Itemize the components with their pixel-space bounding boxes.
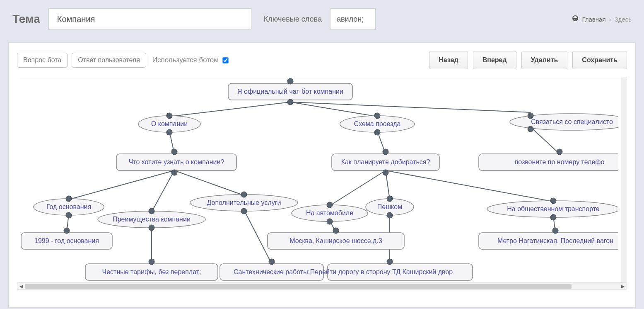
svg-line-0: [169, 102, 290, 117]
svg-text:На автомобиле: На автомобиле: [306, 209, 353, 217]
svg-text:На общественном транспорте: На общественном транспорте: [507, 205, 600, 212]
breadcrumb-current: Здесь: [615, 16, 632, 23]
svg-text:Как планируете добираться?: Как планируете добираться?: [341, 158, 430, 165]
svg-point-75: [550, 198, 556, 204]
scroll-track[interactable]: [25, 283, 619, 290]
flowchart-svg: Я официальный чат-бот компании О компани…: [17, 77, 618, 282]
svg-point-32: [66, 196, 72, 202]
svg-point-29: [171, 170, 177, 175]
svg-point-43: [149, 259, 154, 265]
svg-text:Преимущества компании: Преимущества компании: [113, 216, 191, 223]
svg-text:Я официальный чат-бот компании: Я официальный чат-бот компании: [237, 88, 343, 95]
svg-text:Что хотите узнать о компании?: Что хотите узнать о компании?: [129, 158, 224, 165]
svg-text:Метро Нагатинская. Последний в: Метро Нагатинская. Последний вагон: [497, 237, 613, 244]
svg-point-33: [66, 212, 72, 218]
toolbar: Вопрос бота Ответ пользователя Используе…: [17, 51, 627, 77]
svg-point-47: [241, 208, 247, 214]
bot-question-button[interactable]: Вопрос бота: [17, 53, 68, 68]
svg-text:О компании: О компании: [151, 120, 188, 127]
scroll-left-icon[interactable]: ◀: [17, 284, 25, 289]
svg-line-14: [386, 170, 553, 202]
header-bar: Тема Ключевые слова Главная › Здесь: [0, 0, 644, 38]
svg-point-54: [374, 129, 380, 135]
svg-point-68: [387, 196, 393, 202]
scroll-right-icon[interactable]: ▶: [619, 284, 627, 289]
svg-point-57: [383, 149, 388, 155]
svg-point-24: [166, 113, 172, 119]
svg-point-50: [269, 259, 275, 265]
svg-text:Пешком: Пешком: [377, 203, 402, 210]
keywords-label: Ключевые слова: [264, 15, 322, 24]
scroll-thumb[interactable]: [25, 284, 572, 289]
svg-point-86: [557, 149, 562, 155]
svg-point-46: [241, 192, 247, 197]
svg-point-65: [333, 228, 339, 234]
breadcrumb-separator: ›: [609, 16, 611, 23]
svg-point-53: [374, 113, 380, 119]
diagram-canvas[interactable]: Я официальный чат-бот компании О компани…: [17, 77, 627, 282]
svg-text:Год основания: Год основания: [46, 203, 91, 210]
svg-text:Схема проезда: Схема проезда: [354, 120, 401, 127]
user-answer-button[interactable]: Ответ пользователя: [72, 53, 146, 68]
svg-line-2: [290, 102, 531, 112]
svg-point-58: [383, 170, 388, 175]
breadcrumb-home[interactable]: Главная: [582, 16, 605, 23]
used-by-bot-label: Используется ботом: [152, 56, 219, 64]
svg-point-76: [550, 214, 556, 220]
svg-point-62: [327, 219, 333, 224]
svg-point-83: [528, 126, 533, 132]
horizontal-scrollbar[interactable]: ◀ ▶: [17, 282, 627, 290]
svg-point-79: [552, 228, 558, 234]
main-panel: Вопрос бота Ответ пользователя Используе…: [8, 42, 636, 308]
page-title: Тема: [12, 12, 40, 26]
breadcrumb: Главная › Здесь: [572, 15, 632, 23]
topic-input[interactable]: [48, 8, 251, 30]
svg-point-72: [387, 259, 393, 265]
vertical-scrollbar-thumb[interactable]: [622, 80, 626, 109]
used-by-bot-checkbox[interactable]: [222, 57, 228, 63]
save-button[interactable]: Сохранить: [572, 51, 627, 69]
svg-text:1999 - год основания: 1999 - год основания: [34, 237, 99, 244]
svg-text:Дополнительные услуги: Дополнительные услуги: [207, 199, 281, 206]
svg-text:Честные тарифы, без переплат;: Честные тарифы, без переплат;: [102, 268, 201, 275]
svg-point-40: [149, 225, 154, 231]
svg-text:Перейти дорогу в сторону ТД Ка: Перейти дорогу в сторону ТД Каширский дв…: [310, 268, 453, 275]
svg-point-28: [171, 149, 177, 155]
svg-text:Москва, Каширское шоссе,д.3: Москва, Каширское шоссе,д.3: [289, 237, 382, 244]
svg-text:позвоните по номеру телефо: позвоните по номеру телефо: [515, 158, 605, 165]
forward-button[interactable]: Вперед: [473, 51, 516, 69]
back-button[interactable]: Назад: [429, 51, 468, 69]
svg-point-25: [166, 129, 172, 135]
svg-point-39: [149, 208, 154, 214]
svg-line-8: [174, 170, 244, 195]
svg-line-5: [531, 127, 560, 154]
svg-line-6: [69, 170, 174, 200]
svg-point-61: [327, 202, 333, 208]
dashboard-icon: [572, 15, 579, 23]
svg-text:Сантехнические работы;: Сантехнические работы;: [234, 268, 310, 275]
svg-line-7: [152, 170, 174, 212]
svg-point-36: [64, 228, 70, 234]
svg-text:Связаться со специалисто: Связаться со специалисто: [531, 118, 613, 125]
keywords-input[interactable]: [330, 8, 376, 30]
svg-point-69: [387, 212, 393, 218]
svg-point-20: [287, 78, 293, 84]
svg-point-82: [528, 113, 533, 119]
svg-point-21: [287, 99, 293, 105]
delete-button[interactable]: Удалить: [521, 51, 568, 69]
